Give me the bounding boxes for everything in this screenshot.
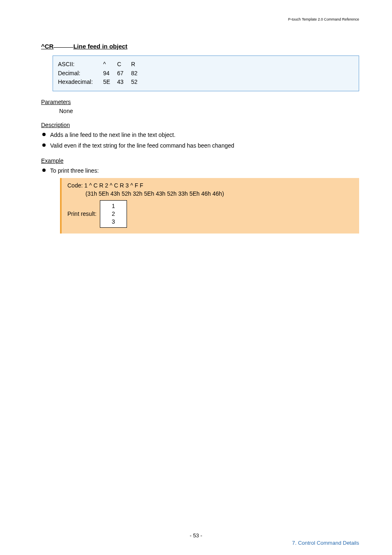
cell: R: [131, 60, 145, 69]
cell: 67: [117, 69, 131, 78]
print-result-label: Print result:: [67, 210, 97, 217]
example-heading: Example: [41, 157, 359, 164]
description-heading: Description: [41, 122, 359, 128]
print-line: 3: [100, 218, 127, 226]
cell: 82: [131, 69, 145, 78]
footer-section-title: 7. Control Command Details: [292, 540, 359, 546]
row-label: ASCII:: [58, 60, 103, 69]
command-title: Line feed in object: [73, 43, 127, 50]
print-line: 2: [100, 210, 127, 218]
section-heading: ^CRLine feed in object: [41, 43, 359, 50]
table-row: ASCII: ^ C R: [58, 60, 354, 69]
parameters-text: None: [59, 108, 359, 114]
table-row: Hexadecimal: 5E 43 52: [58, 78, 354, 87]
cell: 52: [131, 78, 145, 87]
list-item: To print three lines:: [41, 166, 359, 175]
print-result-box: 1 2 3: [100, 200, 127, 228]
print-line: 1: [100, 202, 127, 210]
page-number: - 53 -: [0, 532, 392, 539]
cell: 5E: [103, 78, 117, 87]
print-result-row: Print result: 1 2 3: [67, 200, 353, 228]
command-code: ^CR: [41, 43, 53, 50]
example-intro-list: To print three lines:: [41, 166, 359, 175]
encoding-table: ASCII: ^ C R Decimal: 94 67 82 Hexadecim…: [53, 56, 359, 91]
row-label: Hexadecimal:: [58, 78, 103, 87]
list-item: Adds a line feed to the next line in the…: [41, 131, 359, 139]
cell: C: [117, 60, 131, 69]
example-box: Code: 1 ^ C R 2 ^ C R 3 ^ F F (31h 5Eh 4…: [60, 178, 359, 234]
row-label: Decimal:: [58, 69, 103, 78]
table-row: Decimal: 94 67 82: [58, 69, 354, 78]
cell: 94: [103, 69, 117, 78]
cell: ^: [103, 60, 117, 69]
description-list: Adds a line feed to the next line in the…: [41, 131, 359, 150]
example-code: Code: 1 ^ C R 2 ^ C R 3 ^ F F: [67, 182, 353, 189]
example-hex: (31h 5Eh 43h 52h 32h 5Eh 43h 52h 33h 5Eh…: [85, 190, 353, 197]
doc-header-title: P-touch Template 2.0 Command Reference: [288, 17, 359, 21]
parameters-heading: Parameters: [41, 99, 359, 105]
list-item: Valid even if the text string for the li…: [41, 141, 359, 150]
cell: 43: [117, 78, 131, 87]
